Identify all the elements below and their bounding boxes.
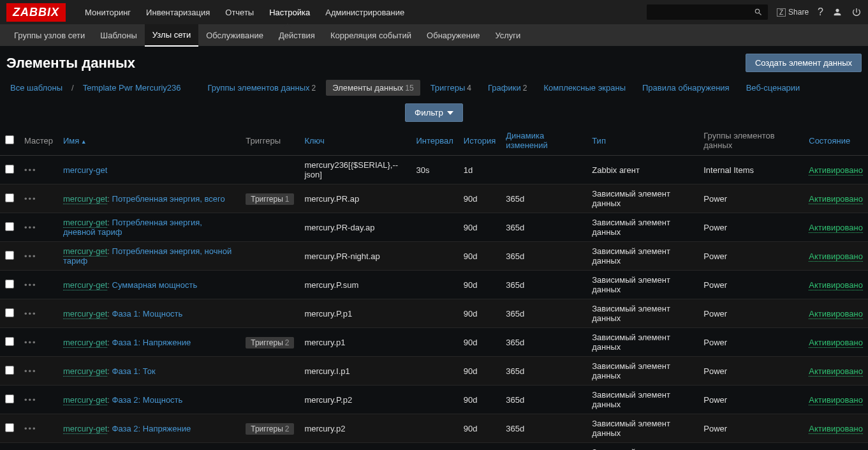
triggers-pill[interactable]: Триггеры2 bbox=[246, 423, 294, 435]
item-name-link[interactable]: Фаза 2: Напряжение bbox=[112, 424, 191, 433]
status-link[interactable]: Активировано bbox=[809, 395, 863, 405]
row-checkbox[interactable] bbox=[5, 337, 14, 346]
create-item-button[interactable]: Создать элемент данных bbox=[746, 54, 862, 72]
cell-groups: Power bbox=[698, 357, 804, 386]
col-key[interactable]: Ключ bbox=[299, 126, 411, 156]
tab-pill[interactable]: Комплексные экраны bbox=[537, 80, 632, 96]
share-button[interactable]: Z Share bbox=[777, 8, 809, 17]
col-trends[interactable]: Динамика изменений bbox=[501, 126, 587, 156]
tab-pill[interactable]: Правила обнаружения bbox=[636, 80, 736, 96]
chevron-down-icon bbox=[447, 111, 453, 115]
topnav-item[interactable]: Инвентаризация bbox=[138, 1, 217, 24]
topnav-item[interactable]: Администрирование bbox=[318, 1, 412, 24]
cell-groups: Power bbox=[698, 328, 804, 357]
row-checkbox[interactable] bbox=[5, 222, 14, 231]
item-name-link[interactable]: Фаза 1: Напряжение bbox=[112, 338, 191, 347]
master-link[interactable]: mercury-get bbox=[63, 338, 107, 348]
tab-pill[interactable]: Триггеры4 bbox=[424, 80, 478, 96]
user-icon[interactable] bbox=[832, 7, 842, 17]
row-checkbox[interactable] bbox=[5, 280, 14, 289]
tab-pill[interactable]: Элементы данных15 bbox=[326, 80, 420, 96]
status-link[interactable]: Активировано bbox=[809, 251, 863, 262]
search-input[interactable] bbox=[647, 4, 768, 20]
cell-groups: Power bbox=[698, 386, 804, 414]
cell-interval bbox=[411, 443, 458, 451]
item-name-link[interactable]: Суммарная мощность bbox=[112, 280, 198, 290]
select-all-checkbox[interactable] bbox=[5, 135, 14, 144]
cell-groups: Power bbox=[698, 271, 804, 299]
col-status[interactable]: Состояние bbox=[804, 126, 868, 156]
breadcrumb-link[interactable]: Все шаблоны bbox=[6, 80, 66, 95]
status-link[interactable]: Активировано bbox=[809, 424, 863, 434]
subnav-item[interactable]: Действия bbox=[271, 25, 323, 46]
master-link[interactable]: mercury-get bbox=[63, 309, 107, 319]
logo[interactable]: ZABBIX bbox=[6, 3, 66, 22]
row-actions-icon[interactable]: ••• bbox=[24, 251, 37, 261]
breadcrumb-link[interactable]: Template Pwr Mercuriy236 bbox=[79, 80, 185, 95]
row-actions-icon[interactable]: ••• bbox=[24, 424, 37, 433]
cell-history: 90d bbox=[459, 299, 501, 328]
status-link[interactable]: Активировано bbox=[809, 223, 863, 233]
row-checkbox[interactable] bbox=[5, 366, 14, 375]
subnav-item[interactable]: Обслуживание bbox=[198, 25, 271, 46]
cell-trends bbox=[501, 156, 587, 184]
item-name-link[interactable]: Фаза 1: Мощность bbox=[112, 309, 183, 319]
col-history[interactable]: История bbox=[459, 126, 501, 156]
cell-type: Зависимый элемент данных bbox=[587, 443, 698, 451]
item-name-link[interactable]: Фаза 2: Мощность bbox=[112, 395, 183, 405]
master-link[interactable]: mercury-get bbox=[63, 395, 107, 405]
subnav-item[interactable]: Узлы сети bbox=[145, 24, 198, 47]
tab-pill[interactable]: Группы элементов данных2 bbox=[202, 80, 323, 96]
master-link[interactable]: mercury-get bbox=[63, 194, 107, 204]
cell-groups: Power bbox=[698, 299, 804, 328]
tab-pill[interactable]: Веб-сценарии bbox=[740, 80, 807, 96]
help-icon[interactable]: ? bbox=[818, 6, 823, 18]
row-actions-icon[interactable]: ••• bbox=[24, 194, 37, 204]
master-link[interactable]: mercury-get bbox=[63, 218, 107, 228]
master-link[interactable]: mercury-get bbox=[63, 280, 107, 290]
triggers-pill[interactable]: Триггеры1 bbox=[246, 193, 294, 205]
tab-pill[interactable]: Графики2 bbox=[482, 80, 533, 96]
filter-toggle-button[interactable]: Фильтр bbox=[405, 103, 463, 122]
master-link[interactable]: mercury-get bbox=[63, 366, 107, 377]
col-master: Мастер bbox=[19, 126, 58, 156]
subnav-item[interactable]: Услуги bbox=[487, 25, 528, 46]
master-link[interactable]: mercury-get bbox=[63, 246, 107, 257]
row-actions-icon[interactable]: ••• bbox=[24, 165, 37, 175]
status-link[interactable]: Активировано bbox=[809, 309, 863, 319]
triggers-pill[interactable]: Триггеры2 bbox=[246, 337, 294, 349]
subnav-item[interactable]: Группы узлов сети bbox=[6, 25, 92, 46]
subnav-item[interactable]: Обнаружение bbox=[419, 25, 487, 46]
topnav-item[interactable]: Мониторинг bbox=[77, 1, 138, 24]
col-type[interactable]: Тип bbox=[587, 126, 698, 156]
status-link[interactable]: Активировано bbox=[809, 338, 863, 348]
row-actions-icon[interactable]: ••• bbox=[24, 338, 37, 347]
status-link[interactable]: Активировано bbox=[809, 280, 863, 290]
row-checkbox[interactable] bbox=[5, 308, 14, 317]
row-actions-icon[interactable]: ••• bbox=[24, 280, 37, 290]
col-name[interactable]: Имя bbox=[58, 126, 240, 156]
row-checkbox[interactable] bbox=[5, 251, 14, 260]
row-checkbox[interactable] bbox=[5, 423, 14, 432]
item-name-link[interactable]: mercury-get bbox=[63, 165, 107, 175]
master-link[interactable]: mercury-get bbox=[63, 424, 107, 434]
topnav-item[interactable]: Отчеты bbox=[217, 1, 261, 24]
row-actions-icon[interactable]: ••• bbox=[24, 395, 37, 405]
status-link[interactable]: Активировано bbox=[809, 194, 863, 204]
row-checkbox[interactable] bbox=[5, 193, 14, 202]
row-actions-icon[interactable]: ••• bbox=[24, 366, 37, 376]
row-checkbox[interactable] bbox=[5, 165, 14, 174]
item-name-link[interactable]: Потребленная энергия, всего bbox=[112, 194, 225, 204]
row-actions-icon[interactable]: ••• bbox=[24, 309, 37, 319]
topnav-item[interactable]: Настройка bbox=[261, 1, 318, 24]
status-link[interactable]: Активировано bbox=[809, 366, 863, 377]
power-icon[interactable] bbox=[851, 7, 862, 17]
subnav-item[interactable]: Корреляция событий bbox=[323, 25, 419, 46]
status-link[interactable]: Активировано bbox=[809, 165, 863, 176]
row-checkbox[interactable] bbox=[5, 394, 14, 403]
cell-key: mercury.PR-night.ap bbox=[299, 242, 411, 271]
item-name-link[interactable]: Фаза 1: Ток bbox=[112, 366, 156, 376]
col-interval[interactable]: Интервал bbox=[411, 126, 458, 156]
row-actions-icon[interactable]: ••• bbox=[24, 223, 37, 232]
subnav-item[interactable]: Шаблоны bbox=[92, 25, 145, 46]
